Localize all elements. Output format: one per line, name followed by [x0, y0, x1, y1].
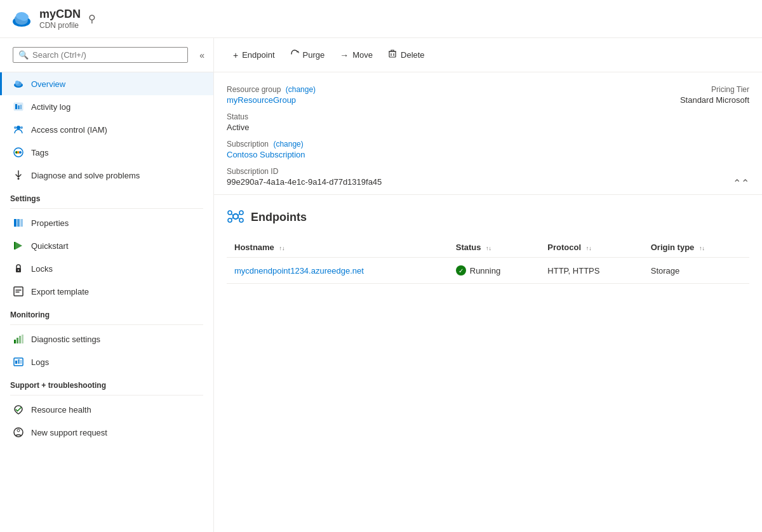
delete-button[interactable]: Delete [382, 46, 431, 64]
quickstart-icon [12, 239, 25, 252]
sidebar-item-export-template[interactable]: Export template [0, 280, 213, 303]
svg-line-49 [238, 218, 240, 219]
table-header-row: Hostname ↑↓ Status ↑↓ Protocol ↑↓ Orig [227, 237, 749, 258]
col-protocol[interactable]: Protocol ↑↓ [540, 237, 643, 258]
info-left-column: Resource group (change) myResourceGroup … [227, 85, 483, 187]
header: myCDN CDN profile ⚲ [0, 0, 762, 38]
svg-rect-31 [22, 335, 23, 343]
sidebar-item-access-control[interactable]: Access control (IAM) [0, 118, 213, 141]
move-icon: → [340, 50, 349, 60]
cdn-logo-icon [10, 8, 33, 30]
sidebar-item-label-logs: Logs [31, 357, 49, 367]
sidebar-item-label-activity-log: Activity log [31, 102, 70, 112]
settings-section-header: Settings [0, 187, 213, 206]
svg-point-14 [14, 126, 17, 129]
resource-group-value[interactable]: myResourceGroup [227, 95, 483, 105]
locks-icon [12, 262, 25, 275]
hostname-link[interactable]: mycdnendpoint1234.azureedge.net [234, 266, 364, 276]
purge-button-label: Purge [303, 50, 325, 60]
endpoints-table: Hostname ↑↓ Status ↑↓ Protocol ↑↓ Orig [227, 237, 749, 284]
cell-protocol: HTTP, HTTPS [540, 258, 643, 284]
sidebar-item-logs[interactable]: Logs [0, 350, 213, 373]
svg-point-26 [18, 270, 19, 271]
status-info: Status Active [227, 112, 483, 132]
subscription-id-value: 99e290a7-4a1a-4e1c-9a14-d77d1319fa45 [227, 177, 483, 187]
svg-rect-22 [20, 219, 23, 227]
endpoint-button[interactable]: + Endpoint [227, 46, 281, 64]
sidebar-item-diagnose[interactable]: Diagnose and solve problems [0, 164, 213, 187]
cell-origin-type: Storage [643, 258, 749, 284]
layout: 🔍 « Overview [0, 38, 762, 532]
resource-group-change-link[interactable]: (change) [286, 85, 316, 94]
origin-type-sort-icon[interactable]: ↑↓ [699, 245, 705, 251]
svg-rect-38 [389, 51, 396, 57]
sidebar-item-label-tags: Tags [31, 148, 48, 157]
sidebar-item-overview[interactable]: Overview [0, 72, 213, 95]
settings-divider [10, 208, 203, 209]
protocol-sort-icon[interactable]: ↑↓ [586, 245, 592, 251]
svg-rect-33 [15, 361, 17, 364]
purge-icon [290, 50, 299, 60]
support-divider [10, 395, 203, 396]
main-content: + Endpoint Purge → Move [214, 38, 762, 532]
collapse-sidebar-button[interactable]: « [196, 49, 208, 62]
svg-rect-29 [17, 338, 18, 343]
sidebar-item-locks[interactable]: Locks [0, 257, 213, 280]
col-hostname[interactable]: Hostname ↑↓ [227, 237, 448, 258]
status-running-icon: ✓ [456, 265, 466, 276]
pricing-tier-value: Standard Microsoft [493, 95, 750, 105]
col-origin-type[interactable]: Origin type ↑↓ [643, 237, 749, 258]
collapse-info-button[interactable]: ⌃⌃ [733, 177, 749, 189]
endpoints-section: Endpoints Hostname ↑↓ Status ↑↓ [214, 195, 762, 296]
svg-rect-20 [14, 219, 17, 227]
info-right-column: Pricing Tier Standard Microsoft [493, 85, 750, 187]
resource-health-icon [12, 403, 25, 416]
svg-rect-28 [14, 340, 16, 343]
sidebar-item-activity-log[interactable]: Activity log [0, 95, 213, 118]
toolbar: + Endpoint Purge → Move [214, 38, 762, 72]
purge-button[interactable]: Purge [284, 46, 331, 64]
svg-rect-11 [20, 105, 22, 109]
subscription-value[interactable]: Contoso Subscription [227, 150, 483, 159]
svg-rect-24 [14, 242, 15, 249]
search-input[interactable] [32, 50, 182, 60]
sidebar-item-tags[interactable]: Tags [0, 141, 213, 164]
sidebar-item-label-diagnostic: Diagnostic settings [31, 335, 100, 344]
search-box[interactable]: 🔍 [13, 47, 188, 63]
pricing-tier-label: Pricing Tier [493, 85, 750, 94]
hostname-sort-icon[interactable]: ↑↓ [279, 245, 284, 251]
col-status[interactable]: Status ↑↓ [448, 237, 540, 258]
sidebar-item-properties[interactable]: Properties [0, 211, 213, 234]
logs-icon [12, 356, 25, 368]
sidebar-item-resource-health[interactable]: Resource health [0, 398, 213, 421]
resource-info-section: Resource group (change) myResourceGroup … [214, 72, 762, 195]
sidebar-item-label-export-template: Export template [31, 287, 89, 296]
svg-rect-10 [18, 105, 20, 109]
tags-icon [12, 146, 25, 159]
status-label: Status [227, 112, 483, 121]
search-icon: 🔍 [18, 50, 29, 60]
resource-subtitle: CDN profile [39, 21, 81, 30]
subscription-label: Subscription (change) [227, 140, 483, 149]
sidebar-item-label-properties: Properties [31, 218, 69, 228]
add-endpoint-icon: + [233, 50, 238, 60]
svg-line-46 [231, 214, 233, 215]
endpoint-button-label: Endpoint [242, 50, 274, 60]
header-text: myCDN CDN profile [39, 8, 81, 30]
subscription-change-link[interactable]: (change) [273, 140, 303, 149]
table-row[interactable]: mycdnendpoint1234.azureedge.net ✓ Runnin… [227, 258, 749, 284]
sidebar: 🔍 « Overview [0, 38, 214, 532]
svg-point-7 [15, 81, 19, 84]
properties-icon [12, 216, 25, 229]
svg-point-41 [233, 214, 238, 219]
sidebar-item-new-support-request[interactable]: New support request [0, 421, 213, 444]
pin-icon[interactable]: ⚲ [88, 13, 96, 25]
svg-rect-34 [18, 359, 20, 364]
svg-rect-9 [15, 104, 17, 109]
svg-rect-27 [14, 287, 23, 296]
subscription-info: Subscription (change) Contoso Subscripti… [227, 140, 483, 159]
sidebar-item-diagnostic-settings[interactable]: Diagnostic settings [0, 328, 213, 350]
move-button[interactable]: → Move [333, 46, 379, 64]
status-sort-icon[interactable]: ↑↓ [486, 245, 491, 251]
sidebar-item-quickstart[interactable]: Quickstart [0, 234, 213, 257]
